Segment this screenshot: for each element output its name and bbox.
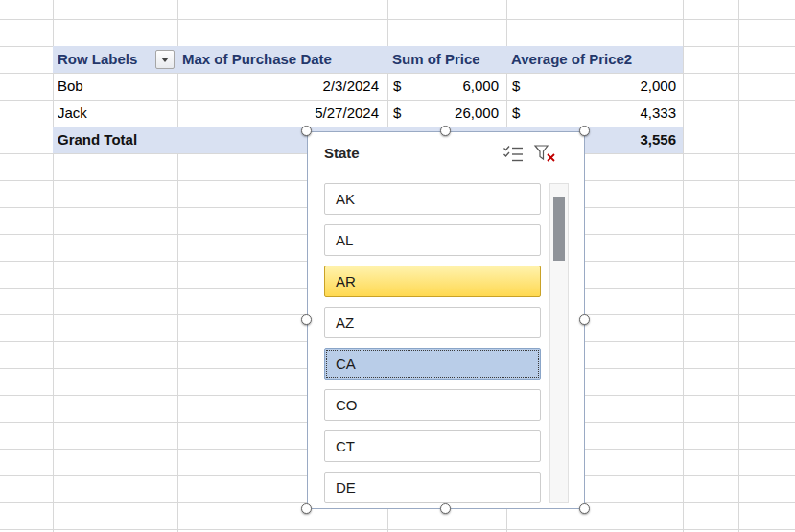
pivot-header-row-labels[interactable]: Row Labels [53,46,177,73]
gridline [738,0,739,532]
cell-value: 2,000 [640,73,676,100]
cell-value: 6,000 [462,73,499,100]
slicer-title: State [324,145,360,161]
chevron-down-icon [160,57,170,63]
currency-symbol: $ [512,73,520,100]
funnel-x-icon [532,143,557,164]
gridline [683,0,684,532]
clear-filter-button[interactable] [532,143,557,164]
currency-symbol: $ [393,100,401,127]
currency-symbol: $ [512,100,520,127]
cell-value: 4,333 [640,100,676,127]
slicer-toolbar [501,143,557,164]
state-slicer[interactable]: State AK AL AR AZ CA CO [307,131,585,509]
pivot-row-jack: Jack 5/27/2024 $ 26,000 $ 4,333 [53,100,683,127]
row-labels-filter-button[interactable] [155,50,175,69]
cell-max-purchase-date[interactable]: 2/3/2024 [177,73,387,100]
cell-row-label[interactable]: Grand Total [53,127,177,153]
slicer-resize-handle-top-left[interactable] [301,126,312,136]
slicer-resize-handle-top-middle[interactable] [440,126,451,136]
multi-select-button[interactable] [501,143,526,164]
pivot-row-bob: Bob 2/3/2024 $ 6,000 $ 2,000 [53,73,683,100]
currency-symbol: $ [393,73,401,100]
cell-sum-of-price[interactable]: $ 26,000 [387,100,506,127]
pivot-header-row: Row Labels Max of Purchase Date Sum of P… [53,46,683,73]
cell-average-of-price2[interactable]: $ 2,000 [506,73,683,100]
pivot-header-average-of-price2[interactable]: Average of Price2 [506,46,683,73]
slicer-resize-handle-top-right[interactable] [579,126,590,136]
slicer-item-label: CT [336,438,355,454]
slicer-item-label: AL [336,232,353,248]
slicer-item-label: AK [336,191,355,207]
cell-row-label[interactable]: Jack [53,100,177,127]
slicer-item-ct[interactable]: CT [324,430,541,462]
slicer-item-ak[interactable]: AK [324,183,541,215]
slicer-resize-handle-bottom-middle[interactable] [440,503,451,514]
cell-average-of-price2[interactable]: $ 4,333 [506,100,683,127]
slicer-resize-handle-bottom-right[interactable] [579,503,590,514]
slicer-item-ca[interactable]: CA [324,348,541,380]
slicer-resize-handle-middle-left[interactable] [301,314,312,325]
slicer-scrollbar-track[interactable] [549,183,569,503]
slicer-item-label: AZ [336,314,354,331]
checklist-icon [502,144,525,163]
row-labels-text: Row Labels [58,51,137,67]
slicer-item-de[interactable]: DE [324,472,541,503]
slicer-item-label: DE [336,479,356,496]
slicer-item-al[interactable]: AL [324,224,541,256]
pivot-header-sum-of-price[interactable]: Sum of Price [387,46,506,73]
slicer-scrollbar-thumb[interactable] [553,197,565,261]
slicer-item-label: AR [336,273,356,289]
slicer-item-label: CO [336,397,358,413]
slicer-item-co[interactable]: CO [324,389,541,421]
cell-sum-of-price[interactable]: $ 6,000 [387,73,506,100]
pivot-header-max-purchase-date[interactable]: Max of Purchase Date [177,46,387,73]
slicer-item-az[interactable]: AZ [324,307,541,338]
cell-value: 26,000 [455,100,499,127]
cell-max-purchase-date[interactable]: 5/27/2024 [177,100,387,127]
spreadsheet-canvas[interactable]: Row Labels Max of Purchase Date Sum of P… [0,0,795,532]
slicer-item-ar[interactable]: AR [324,266,541,297]
slicer-item-label: CA [336,356,356,372]
cell-row-label[interactable]: Bob [53,73,177,100]
slicer-resize-handle-bottom-left[interactable] [301,503,312,514]
cell-value: 3,556 [640,127,676,153]
slicer-resize-handle-middle-right[interactable] [579,314,590,325]
